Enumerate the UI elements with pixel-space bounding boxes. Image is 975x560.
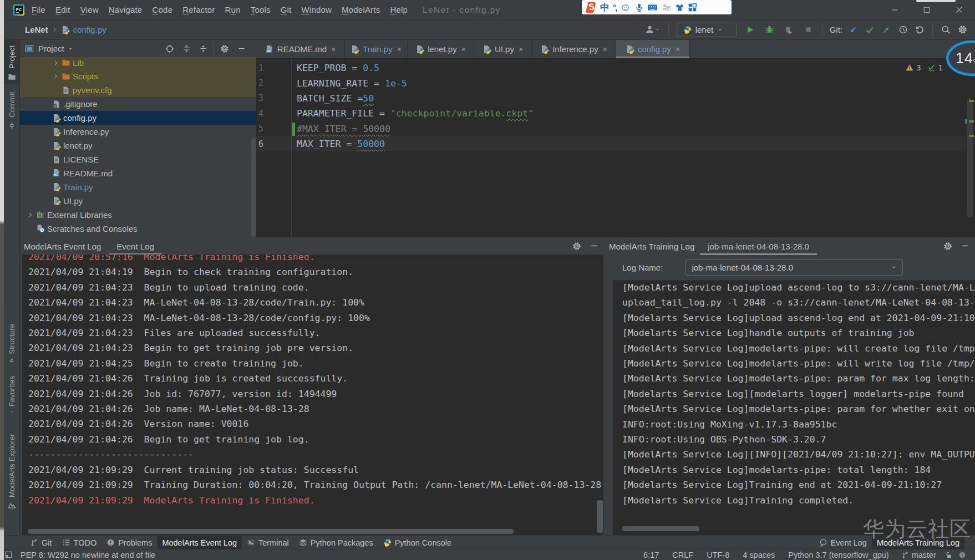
expand-all-button[interactable] bbox=[178, 41, 195, 57]
editor-tab-readme-md[interactable]: README.md× bbox=[256, 40, 345, 58]
toolwindow-button-modelarts-event-log[interactable]: ModelArts Event Log bbox=[157, 536, 242, 549]
event-log-console[interactable]: 2021/04/09 20:57:16 ModelArts Training i… bbox=[22, 254, 603, 535]
collapse-all-button[interactable] bbox=[195, 41, 211, 57]
code-line-3[interactable]: 3BATCH_SIZE =50 bbox=[256, 91, 975, 106]
editor-tab-lenet-py[interactable]: lenet.py× bbox=[408, 40, 474, 58]
editor-tab-config-py[interactable]: config.py× bbox=[616, 40, 690, 58]
maximize-button[interactable] bbox=[911, 0, 943, 19]
settings-button[interactable] bbox=[954, 22, 971, 38]
ime-emoji-icon[interactable]: ☺ bbox=[619, 2, 631, 13]
error-stripe-mark[interactable] bbox=[969, 135, 974, 137]
hide-project-panel-button[interactable] bbox=[233, 41, 250, 57]
run-button[interactable] bbox=[740, 22, 760, 38]
sogou-logo-icon[interactable] bbox=[585, 2, 597, 13]
menu-edit[interactable]: Edit bbox=[50, 5, 75, 14]
debug-button[interactable] bbox=[760, 22, 779, 38]
git-update-button[interactable] bbox=[845, 22, 861, 38]
tree-item-license[interactable]: LICENSE bbox=[20, 152, 256, 166]
menu-view[interactable]: View bbox=[75, 5, 104, 14]
run-configuration-select[interactable]: lenet bbox=[677, 23, 737, 37]
caret-position[interactable]: 6:17 bbox=[637, 551, 666, 559]
change-stripe-mark[interactable] bbox=[965, 119, 967, 124]
close-tab-icon[interactable]: × bbox=[603, 45, 607, 53]
history-button[interactable] bbox=[895, 22, 911, 38]
ime-skin-icon[interactable] bbox=[675, 3, 684, 12]
tree-item-train-py[interactable]: Train.py bbox=[20, 180, 256, 194]
code-line-4[interactable]: 4PARAMETER_FILE = "checkpoint/variable.c… bbox=[256, 106, 975, 121]
menu-refactor[interactable]: Refactor bbox=[177, 5, 220, 14]
breadcrumb-project[interactable]: LeNet bbox=[25, 25, 48, 34]
stripe-tab-modelarts-explorer[interactable]: ModelArts Explorer bbox=[4, 422, 19, 513]
tree-item--gitignore[interactable]: .gitignore bbox=[20, 97, 256, 111]
code-line-1[interactable]: 1KEEP_PROB = 0.5 bbox=[256, 60, 975, 75]
close-tab-icon[interactable]: × bbox=[676, 45, 680, 53]
ime-toolbox-icon[interactable] bbox=[688, 3, 697, 12]
tree-item-lenet-py[interactable]: lenet.py bbox=[20, 139, 256, 152]
code-line-2[interactable]: 2LEARNING_RATE = 1e-5 bbox=[256, 75, 975, 90]
event-log-tab[interactable]: Event Log bbox=[116, 242, 154, 255]
interpreter[interactable]: Python 3.7 (tensorflow_gpu) bbox=[781, 551, 895, 559]
menu-run[interactable]: Run bbox=[220, 5, 246, 14]
code-line-5[interactable]: 5#MAX_ITER = 50000 bbox=[256, 121, 975, 136]
code-editor[interactable]: 1KEEP_PROB = 0.52LEARNING_RATE = 1e-53BA… bbox=[256, 59, 975, 237]
menu-git[interactable]: Git bbox=[276, 5, 297, 14]
panel-splitter[interactable] bbox=[603, 237, 613, 535]
tree-item-scratches-and-consoles[interactable]: Scratches and Consoles bbox=[20, 222, 256, 236]
log-name-select[interactable]: job-ma-lenet-04-08-13-28.0 bbox=[685, 259, 903, 276]
error-stripe-mark[interactable] bbox=[969, 100, 974, 102]
event-log-hide-button[interactable] bbox=[590, 242, 598, 250]
editor-tab-inference-py[interactable]: Inference.py× bbox=[532, 40, 616, 58]
training-log-horizontal-scrollbar[interactable] bbox=[622, 526, 699, 531]
user-profile-button[interactable] bbox=[642, 22, 664, 38]
event-log-settings-button[interactable] bbox=[572, 242, 581, 251]
toolwindow-button-python-packages[interactable]: Python Packages bbox=[294, 536, 378, 549]
ime-mic-icon[interactable] bbox=[634, 3, 644, 12]
run-with-coverage-button[interactable] bbox=[779, 22, 799, 38]
tree-item-external-libraries[interactable]: External Libraries bbox=[20, 208, 256, 222]
toolwindow-button-terminal[interactable]: Terminal bbox=[242, 536, 294, 549]
tree-item-ui-py[interactable]: UI.py bbox=[20, 194, 256, 208]
line-ending[interactable]: CRLF bbox=[666, 551, 700, 559]
ime-punctuation-icon[interactable]: °, bbox=[613, 3, 616, 12]
git-commit-button[interactable] bbox=[861, 22, 878, 38]
project-view-selector[interactable]: Project bbox=[38, 44, 64, 53]
tree-item-inference-py[interactable]: Inference.py bbox=[20, 125, 256, 139]
toolwindow-button-python-console[interactable]: Python Console bbox=[378, 536, 456, 549]
ime-toolbar[interactable]: 中 °, ☺ bbox=[582, 0, 732, 14]
stripe-tab-project[interactable]: Project bbox=[4, 39, 19, 84]
rollback-button[interactable] bbox=[911, 22, 928, 38]
training-log-settings-button[interactable] bbox=[943, 242, 952, 251]
git-push-button[interactable] bbox=[878, 22, 895, 38]
breadcrumb-file[interactable]: config.py bbox=[73, 25, 106, 34]
highlighting-level-icon[interactable] bbox=[955, 547, 969, 560]
close-tab-icon[interactable]: × bbox=[331, 45, 336, 53]
ime-keyboard-icon[interactable] bbox=[647, 3, 658, 12]
error-stripe-mark[interactable] bbox=[969, 120, 974, 123]
toolwindow-button-todo[interactable]: TODO bbox=[57, 536, 102, 549]
indent-style[interactable]: 4 spaces bbox=[736, 551, 781, 559]
training-log-console[interactable]: [ModelArts Service Log]upload ascend-log… bbox=[613, 281, 975, 535]
minimize-button[interactable] bbox=[878, 0, 911, 19]
event-log-vertical-scrollbar[interactable] bbox=[597, 500, 603, 533]
toolwindow-button-git[interactable]: Git bbox=[25, 536, 57, 549]
training-log-hide-button[interactable] bbox=[961, 242, 969, 250]
project-tree-scrollbar[interactable] bbox=[251, 139, 256, 237]
readonly-toggle[interactable] bbox=[942, 547, 955, 560]
stop-button[interactable] bbox=[799, 22, 818, 38]
tree-item-lib[interactable]: Lib bbox=[20, 57, 256, 70]
training-log-tab[interactable]: job-ma-lenet-04-08-13-28.0 bbox=[708, 242, 809, 255]
search-everywhere-button[interactable] bbox=[937, 22, 954, 38]
close-tab-icon[interactable]: × bbox=[397, 45, 402, 53]
tree-item-pyvenv-cfg[interactable]: pyvenv.cfg bbox=[20, 83, 256, 97]
event-log-horizontal-scrollbar[interactable] bbox=[28, 529, 514, 534]
close-button[interactable] bbox=[943, 0, 975, 19]
git-branch-widget[interactable]: master bbox=[896, 551, 942, 559]
encoding[interactable]: UTF-8 bbox=[700, 551, 736, 559]
close-tab-icon[interactable]: × bbox=[519, 45, 523, 53]
stripe-tab-structure[interactable]: Structure bbox=[4, 320, 19, 366]
inspections-widget[interactable]: 3 1 bbox=[906, 63, 943, 72]
project-settings-button[interactable] bbox=[216, 41, 233, 57]
code-line-6[interactable]: 6MAX_ITER = 50000 bbox=[256, 136, 975, 151]
tree-item-config-py[interactable]: config.py bbox=[20, 111, 256, 125]
select-opened-file-button[interactable] bbox=[161, 41, 178, 57]
